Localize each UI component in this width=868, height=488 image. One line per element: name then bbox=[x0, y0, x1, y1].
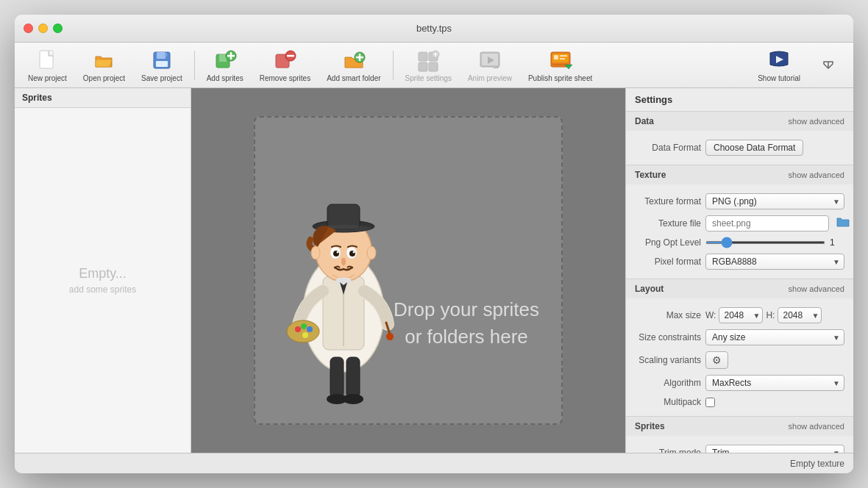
svg-rect-16 bbox=[419, 52, 427, 61]
texture-section: Texture show advanced Texture format PNG… bbox=[626, 165, 853, 279]
svg-point-47 bbox=[302, 332, 308, 338]
trim-mode-select[interactable]: Trim Crop None bbox=[705, 445, 844, 453]
layout-section-body: Max size W: 20481024512256 ▼ H: bbox=[626, 298, 853, 416]
max-size-row: Max size W: 20481024512256 ▼ H: bbox=[626, 304, 853, 326]
data-show-advanced[interactable]: show advanced bbox=[789, 117, 844, 126]
scaling-variants-row: Scaling variants ⚙ bbox=[626, 348, 853, 372]
open-project-button[interactable]: Open project bbox=[76, 44, 132, 87]
max-size-h-select[interactable]: 20481024512256 bbox=[778, 307, 822, 323]
svg-rect-3 bbox=[156, 61, 168, 67]
svg-point-62 bbox=[311, 246, 320, 259]
size-constraints-label: Size constraints bbox=[635, 332, 701, 342]
texture-section-header: Texture show advanced bbox=[626, 165, 853, 184]
scaling-variants-label: Scaling variants bbox=[635, 355, 701, 365]
trim-mode-select-wrap: Trim Crop None ▼ bbox=[705, 445, 844, 453]
texture-show-advanced[interactable]: show advanced bbox=[789, 171, 844, 179]
png-opt-value: 1 bbox=[830, 237, 844, 248]
add-sprites-button[interactable]: Add sprites bbox=[199, 44, 251, 87]
sprite-settings-button[interactable]: Sprite settings bbox=[398, 44, 459, 87]
max-size-label: Max size bbox=[635, 310, 701, 320]
size-constraints-select-wrap: Any size ▼ bbox=[705, 329, 844, 345]
sprites-panel: Sprites Empty... add some sprites bbox=[15, 88, 191, 453]
data-section-body: Data Format Choose Data Format bbox=[626, 131, 853, 165]
data-section-header: Data show advanced bbox=[626, 112, 853, 131]
new-project-label: New project bbox=[28, 74, 67, 82]
svg-point-44 bbox=[295, 326, 301, 332]
max-size-w-select[interactable]: 20481024512256 bbox=[719, 307, 763, 323]
svg-point-42 bbox=[386, 333, 394, 340]
pixel-format-select[interactable]: RGBA8888 bbox=[705, 254, 844, 270]
scaling-variants-gear-button[interactable]: ⚙ bbox=[705, 351, 728, 369]
more-button[interactable] bbox=[809, 49, 847, 82]
close-button[interactable] bbox=[24, 24, 33, 33]
anim-preview-icon bbox=[478, 49, 502, 72]
minimize-button[interactable] bbox=[38, 24, 48, 33]
add-smart-folder-button[interactable]: Add smart folder bbox=[319, 44, 388, 87]
toolbar: New project Open project Sav bbox=[15, 43, 853, 88]
save-project-icon bbox=[150, 49, 174, 72]
layout-section-title: Layout bbox=[635, 284, 664, 294]
add-sprites-icon bbox=[213, 49, 237, 72]
sprite-settings-label: Sprite settings bbox=[405, 74, 452, 82]
texture-file-browse-button[interactable] bbox=[833, 216, 853, 231]
svg-point-63 bbox=[367, 246, 376, 259]
texture-file-input[interactable] bbox=[705, 215, 829, 232]
sprites-empty-state: Empty... add some sprites bbox=[15, 108, 191, 453]
size-constraints-select[interactable]: Any size bbox=[705, 329, 844, 345]
anim-preview-button[interactable]: Anim preview bbox=[460, 44, 519, 87]
statusbar: Empty texture bbox=[15, 453, 853, 473]
texture-file-label: Texture file bbox=[635, 218, 701, 229]
svg-point-61 bbox=[353, 251, 355, 254]
algorithm-select[interactable]: MaxRects bbox=[705, 375, 844, 391]
canvas-drop-zone[interactable]: Drop your sprites or folders here bbox=[254, 116, 563, 425]
sprites-empty-subtitle: add some sprites bbox=[69, 284, 136, 295]
more-icon bbox=[817, 54, 840, 77]
sprites-subsection: Sprites show advanced Trim mode Trim Cro… bbox=[626, 417, 853, 453]
toolbar-separator-2 bbox=[393, 51, 394, 80]
svg-rect-30 bbox=[554, 55, 558, 60]
show-tutorial-button[interactable]: Show tutorial bbox=[750, 44, 808, 87]
character-illustration bbox=[277, 166, 410, 416]
layout-section: Layout show advanced Max size W: 2048102… bbox=[626, 279, 853, 417]
svg-rect-19 bbox=[429, 62, 438, 71]
png-opt-label: Png Opt Level bbox=[635, 237, 701, 248]
sprites-empty-title: Empty... bbox=[79, 266, 127, 281]
multipack-checkbox[interactable] bbox=[705, 398, 715, 407]
texture-format-select[interactable]: PNG (.png) bbox=[705, 193, 844, 209]
multipack-checkbox-wrap bbox=[705, 398, 715, 407]
maximize-button[interactable] bbox=[53, 24, 63, 33]
remove-sprites-button[interactable]: Remove sprites bbox=[252, 44, 318, 87]
trim-mode-row: Trim mode Trim Crop None ▼ bbox=[626, 442, 853, 453]
multipack-label: Multipack bbox=[635, 397, 701, 407]
save-project-button[interactable]: Save project bbox=[134, 44, 190, 87]
data-format-button[interactable]: Choose Data Format bbox=[705, 140, 803, 156]
svg-point-45 bbox=[301, 323, 307, 329]
pixel-format-row: Pixel format RGBA8888 ▼ bbox=[626, 251, 853, 273]
drop-zone-text: Drop your sprites or folders here bbox=[394, 296, 539, 350]
folder-icon bbox=[836, 216, 850, 228]
sprites-section-body: Trim mode Trim Crop None ▼ bbox=[626, 436, 853, 453]
layout-section-header: Layout show advanced bbox=[626, 279, 853, 298]
svg-point-51 bbox=[343, 394, 363, 404]
svg-rect-18 bbox=[419, 62, 427, 71]
main-window: betty.tps New project Open project bbox=[15, 15, 853, 473]
data-section: Data show advanced Data Format Choose Da… bbox=[626, 112, 853, 165]
window-title: betty.tps bbox=[416, 23, 452, 34]
max-size-h-label: H: bbox=[766, 310, 775, 320]
data-section-title: Data bbox=[635, 116, 654, 126]
texture-format-label: Texture format bbox=[635, 196, 701, 207]
add-smart-folder-icon bbox=[342, 49, 366, 72]
png-opt-slider[interactable] bbox=[705, 241, 825, 244]
multipack-row: Multipack bbox=[626, 394, 853, 410]
sprites-panel-header: Sprites bbox=[15, 88, 191, 108]
svg-rect-2 bbox=[157, 52, 166, 59]
sprite-settings-icon bbox=[416, 49, 440, 72]
publish-icon bbox=[549, 49, 572, 72]
sprites-show-advanced[interactable]: show advanced bbox=[789, 422, 844, 431]
texture-format-select-wrap: PNG (.png) ▼ bbox=[705, 193, 844, 209]
publish-button[interactable]: Publish sprite sheet bbox=[521, 44, 600, 87]
new-project-button[interactable]: New project bbox=[21, 44, 74, 87]
max-size-w-label: W: bbox=[705, 310, 716, 320]
add-smart-folder-label: Add smart folder bbox=[327, 74, 380, 82]
layout-show-advanced[interactable]: show advanced bbox=[789, 284, 844, 293]
